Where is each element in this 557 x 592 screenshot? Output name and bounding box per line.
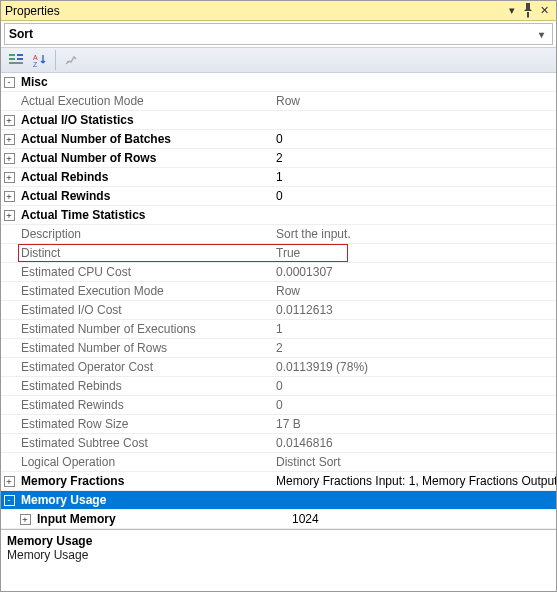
property-row[interactable]: Estimated Subtree Cost0.0146816 bbox=[1, 434, 556, 453]
expander-icon[interactable]: + bbox=[4, 191, 15, 202]
property-name: Actual Rewinds bbox=[17, 189, 272, 203]
property-name: Memory Fractions bbox=[17, 474, 272, 488]
property-value: 17 B bbox=[272, 417, 556, 431]
property-row[interactable]: +Actual Number of Rows2 bbox=[1, 149, 556, 168]
property-name: Memory Usage bbox=[17, 493, 272, 507]
expander-icon[interactable]: + bbox=[4, 210, 15, 221]
chevron-down-icon[interactable]: ▾ bbox=[534, 29, 548, 40]
property-value: 0.0113919 (78%) bbox=[272, 360, 556, 374]
property-row[interactable]: Estimated Number of Executions1 bbox=[1, 320, 556, 339]
expander-icon[interactable]: + bbox=[4, 115, 15, 126]
property-row[interactable]: Estimated Row Size17 B bbox=[1, 415, 556, 434]
property-value: 2 bbox=[272, 341, 556, 355]
property-name: Actual Number of Rows bbox=[17, 151, 272, 165]
property-row[interactable]: DescriptionSort the input. bbox=[1, 225, 556, 244]
property-row[interactable]: +Actual I/O Statistics bbox=[1, 111, 556, 130]
property-value: Row bbox=[272, 94, 556, 108]
property-row[interactable]: Estimated Operator Cost0.0113919 (78%) bbox=[1, 358, 556, 377]
property-row[interactable]: Logical OperationDistinct Sort bbox=[1, 453, 556, 472]
property-name: Estimated Operator Cost bbox=[17, 360, 272, 374]
property-name: Distinct bbox=[17, 246, 272, 260]
property-row[interactable]: +Actual Rebinds1 bbox=[1, 168, 556, 187]
svg-rect-2 bbox=[17, 54, 23, 56]
svg-rect-4 bbox=[9, 62, 23, 64]
property-row[interactable]: Estimated Execution ModeRow bbox=[1, 282, 556, 301]
expander-icon[interactable]: - bbox=[4, 495, 15, 506]
svg-text:A: A bbox=[33, 54, 38, 61]
toolbar-divider bbox=[55, 50, 56, 70]
property-row[interactable]: Estimated Rewinds0 bbox=[1, 396, 556, 415]
property-value: 0.0001307 bbox=[272, 265, 556, 279]
property-grid[interactable]: -MiscActual Execution ModeRow+Actual I/O… bbox=[1, 73, 556, 529]
property-value: 0.0112613 bbox=[272, 303, 556, 317]
panel-title: Properties bbox=[5, 4, 504, 18]
property-row[interactable]: Actual Execution ModeRow bbox=[1, 92, 556, 111]
categorized-button[interactable] bbox=[5, 49, 27, 71]
property-name: Actual Time Statistics bbox=[17, 208, 272, 222]
expander-icon[interactable]: + bbox=[20, 514, 31, 525]
description-body: Memory Usage bbox=[7, 548, 550, 562]
property-name: Estimated Number of Executions bbox=[17, 322, 272, 336]
property-value: Memory Fractions Input: 1, Memory Fracti… bbox=[272, 474, 556, 488]
property-name: Estimated I/O Cost bbox=[17, 303, 272, 317]
property-value: 0.0146816 bbox=[272, 436, 556, 450]
property-row[interactable]: +Actual Number of Batches0 bbox=[1, 130, 556, 149]
property-row[interactable]: -Memory Usage bbox=[1, 491, 556, 510]
autohide-pin-icon[interactable] bbox=[520, 2, 536, 20]
property-name: Actual I/O Statistics bbox=[17, 113, 272, 127]
property-value: Row bbox=[272, 284, 556, 298]
expander-icon[interactable]: + bbox=[4, 476, 15, 487]
properties-toolbar: A Z bbox=[1, 47, 556, 73]
property-value: 1 bbox=[272, 170, 556, 184]
category-row-misc[interactable]: -Misc bbox=[1, 73, 556, 92]
alphabetical-button[interactable]: A Z bbox=[29, 49, 51, 71]
property-name: Estimated Number of Rows bbox=[17, 341, 272, 355]
description-pane: Memory Usage Memory Usage bbox=[1, 529, 556, 583]
property-row[interactable]: Estimated Rebinds0 bbox=[1, 377, 556, 396]
property-value: 1024 bbox=[288, 512, 556, 526]
property-name: Input Memory bbox=[33, 512, 288, 526]
expander-icon[interactable]: + bbox=[4, 153, 15, 164]
property-row[interactable]: Estimated I/O Cost0.0112613 bbox=[1, 301, 556, 320]
property-value: 0 bbox=[272, 379, 556, 393]
svg-text:Z: Z bbox=[33, 61, 38, 68]
property-name: Estimated Row Size bbox=[17, 417, 272, 431]
property-row[interactable]: Estimated Number of Rows2 bbox=[1, 339, 556, 358]
property-value: True bbox=[272, 246, 556, 260]
property-row[interactable]: +Memory FractionsMemory Fractions Input:… bbox=[1, 472, 556, 491]
property-value: Sort the input. bbox=[272, 227, 556, 241]
property-name: Actual Rebinds bbox=[17, 170, 272, 184]
description-title: Memory Usage bbox=[7, 534, 550, 548]
property-name: Estimated Execution Mode bbox=[17, 284, 272, 298]
svg-point-7 bbox=[67, 61, 69, 63]
property-row[interactable]: Estimated CPU Cost0.0001307 bbox=[1, 263, 556, 282]
property-pages-button[interactable] bbox=[60, 49, 82, 71]
expander-icon[interactable]: + bbox=[4, 172, 15, 183]
property-value: 2 bbox=[272, 151, 556, 165]
property-name: Actual Number of Batches bbox=[17, 132, 272, 146]
property-value: Distinct Sort bbox=[272, 455, 556, 469]
svg-rect-3 bbox=[17, 58, 23, 60]
object-selector-value: Sort bbox=[9, 27, 534, 41]
dropdown-position-icon[interactable]: ▾ bbox=[504, 4, 520, 17]
property-name: Description bbox=[17, 227, 272, 241]
property-value: 0 bbox=[272, 398, 556, 412]
property-value: 1 bbox=[272, 322, 556, 336]
property-row[interactable]: +Input Memory1024 bbox=[1, 510, 556, 529]
property-name: Estimated Subtree Cost bbox=[17, 436, 272, 450]
expander-icon[interactable]: + bbox=[4, 134, 15, 145]
property-name: Logical Operation bbox=[17, 455, 272, 469]
object-selector[interactable]: Sort ▾ bbox=[4, 23, 553, 45]
property-row[interactable]: +Actual Time Statistics bbox=[1, 206, 556, 225]
svg-rect-0 bbox=[9, 54, 15, 56]
close-icon[interactable]: ✕ bbox=[536, 4, 552, 17]
expander-icon[interactable]: - bbox=[4, 77, 15, 88]
property-name: Estimated Rewinds bbox=[17, 398, 272, 412]
property-row[interactable]: +Actual Rewinds0 bbox=[1, 187, 556, 206]
property-name: Estimated Rebinds bbox=[17, 379, 272, 393]
property-value: 0 bbox=[272, 132, 556, 146]
property-name: Actual Execution Mode bbox=[17, 94, 272, 108]
property-row[interactable]: DistinctTrue bbox=[1, 244, 556, 263]
svg-rect-1 bbox=[9, 58, 15, 60]
property-value: 0 bbox=[272, 189, 556, 203]
